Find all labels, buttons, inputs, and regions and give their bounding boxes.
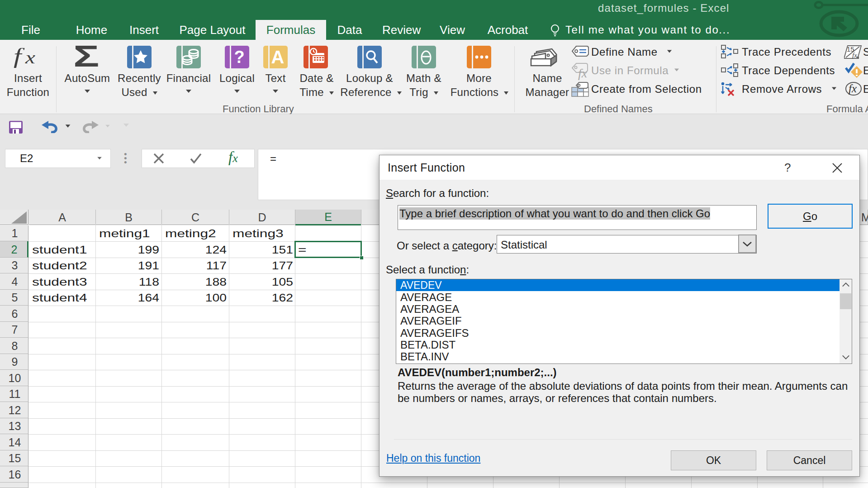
svg-text:?: ?: [234, 48, 244, 67]
svg-text:A: A: [271, 47, 285, 67]
svg-text:f: f: [14, 48, 25, 68]
svg-text:fx: fx: [578, 66, 588, 80]
svg-text:fx: fx: [849, 82, 857, 95]
svg-text:x: x: [25, 48, 36, 67]
svg-text:fx: fx: [852, 52, 857, 59]
